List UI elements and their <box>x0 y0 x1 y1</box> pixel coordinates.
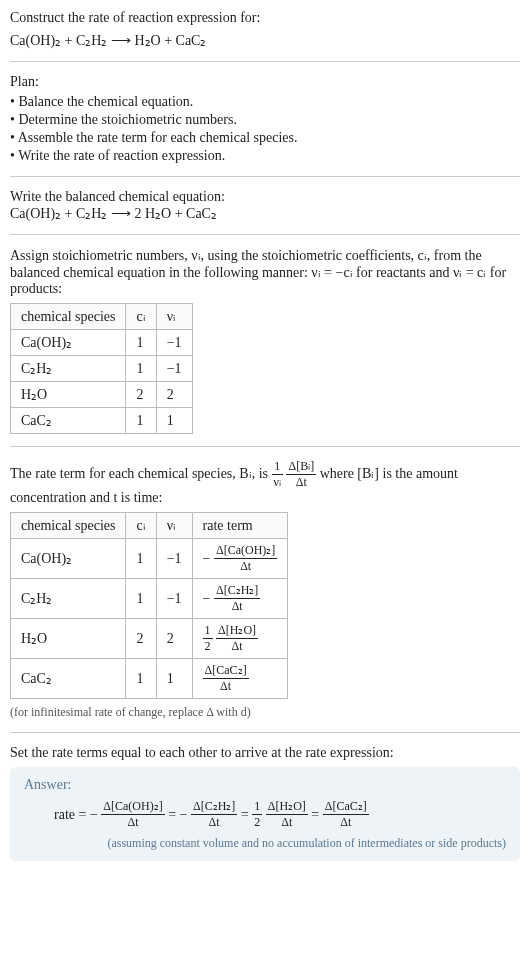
col-v: νᵢ <box>156 304 192 330</box>
cell-v: −1 <box>156 539 192 579</box>
answer-label: Answer: <box>24 777 506 793</box>
rate-prefix: − <box>203 591 211 606</box>
frac-num: Δ[CaC₂] <box>323 799 369 815</box>
frac-den: Δt <box>191 815 237 830</box>
rate-frac: Δ[H₂O] Δt <box>216 623 258 654</box>
plan-items: • Balance the chemical equation. • Deter… <box>10 94 520 164</box>
cell-c: 1 <box>126 330 156 356</box>
cell-c: 1 <box>126 579 156 619</box>
cell-species: H₂O <box>11 619 126 659</box>
rate-expression: rate = − Δ[Ca(OH)₂] Δt = − Δ[C₂H₂] Δt = … <box>24 799 506 830</box>
frac-den: νᵢ <box>272 475 283 490</box>
stoich-intro: Assign stoichiometric numbers, νᵢ, using… <box>10 247 520 297</box>
frac-num: Δ[C₂H₂] <box>191 799 237 815</box>
frac-num: Δ[C₂H₂] <box>214 583 260 599</box>
table-row: Ca(OH)₂ 1 −1 <box>11 330 193 356</box>
table-row: C₂H₂ 1 −1 <box>11 356 193 382</box>
plan-item: • Write the rate of reaction expression. <box>10 148 520 164</box>
plan-title: Plan: <box>10 74 520 90</box>
frac-coef: 1 νᵢ <box>272 459 283 490</box>
cell-c: 1 <box>126 659 156 699</box>
plan-item: • Balance the chemical equation. <box>10 94 520 110</box>
cell-v: 2 <box>156 382 192 408</box>
cell-rate: Δ[CaC₂] Δt <box>192 659 288 699</box>
table-row: CaC₂ 1 1 <box>11 408 193 434</box>
cell-species: Ca(OH)₂ <box>11 539 126 579</box>
col-c: cᵢ <box>126 513 156 539</box>
answer-note: (assuming constant volume and no accumul… <box>24 836 506 851</box>
cell-species: CaC₂ <box>11 408 126 434</box>
intro-pre: The rate term for each chemical species,… <box>10 466 272 481</box>
equals: = − <box>168 807 187 822</box>
table-row: C₂H₂ 1 −1 − Δ[C₂H₂] Δt <box>11 579 288 619</box>
frac-num: 1 <box>272 459 283 475</box>
term4: Δ[CaC₂] Δt <box>323 799 369 830</box>
cell-rate: − Δ[Ca(OH)₂] Δt <box>192 539 288 579</box>
divider <box>10 176 520 177</box>
col-rate: rate term <box>192 513 288 539</box>
plan-item: • Assemble the rate term for each chemic… <box>10 130 520 146</box>
balanced-title: Write the balanced chemical equation: <box>10 189 520 205</box>
frac-den: Δt <box>101 815 164 830</box>
cell-v: −1 <box>156 356 192 382</box>
frac-num: Δ[Ca(OH)₂] <box>214 543 277 559</box>
term3-coef: 1 2 <box>252 799 262 830</box>
cell-v: −1 <box>156 579 192 619</box>
rateterm-note: (for infinitesimal rate of change, repla… <box>10 705 520 720</box>
cell-c: 2 <box>126 619 156 659</box>
frac-den: Δt <box>203 679 249 694</box>
final-section: Set the rate terms equal to each other t… <box>10 745 520 861</box>
rate-frac: Δ[CaC₂] Δt <box>203 663 249 694</box>
cell-rate: 1 2 Δ[H₂O] Δt <box>192 619 288 659</box>
cell-species: C₂H₂ <box>11 356 126 382</box>
cell-v: 2 <box>156 619 192 659</box>
frac-num: Δ[Bᵢ] <box>286 459 316 475</box>
table-row: H₂O 2 2 <box>11 382 193 408</box>
table-row: Ca(OH)₂ 1 −1 − Δ[Ca(OH)₂] Δt <box>11 539 288 579</box>
frac-num: Δ[H₂O] <box>216 623 258 639</box>
frac-num: Δ[H₂O] <box>266 799 308 815</box>
rate-prefix: − <box>203 551 211 566</box>
frac-den: Δt <box>214 559 277 574</box>
frac-den: Δt <box>266 815 308 830</box>
cell-c: 2 <box>126 382 156 408</box>
cell-species: CaC₂ <box>11 659 126 699</box>
cell-c: 1 <box>126 539 156 579</box>
prompt-text: Construct the rate of reaction expressio… <box>10 10 520 26</box>
rate-coef: 1 2 <box>203 623 213 654</box>
answer-box: Answer: rate = − Δ[Ca(OH)₂] Δt = − Δ[C₂H… <box>10 767 520 861</box>
col-v: νᵢ <box>156 513 192 539</box>
cell-v: −1 <box>156 330 192 356</box>
rate-frac: Δ[Ca(OH)₂] Δt <box>214 543 277 574</box>
table-row: CaC₂ 1 1 Δ[CaC₂] Δt <box>11 659 288 699</box>
cell-c: 1 <box>126 408 156 434</box>
equals: = <box>311 807 322 822</box>
col-c: cᵢ <box>126 304 156 330</box>
table-row: H₂O 2 2 1 2 Δ[H₂O] Δt <box>11 619 288 659</box>
rateterm-section: The rate term for each chemical species,… <box>10 459 520 720</box>
rate-frac: Δ[C₂H₂] Δt <box>214 583 260 614</box>
term3: Δ[H₂O] Δt <box>266 799 308 830</box>
header-section: Construct the rate of reaction expressio… <box>10 10 520 49</box>
frac-den: Δt <box>286 475 316 490</box>
cell-species: Ca(OH)₂ <box>11 330 126 356</box>
final-title: Set the rate terms equal to each other t… <box>10 745 520 761</box>
rate-prefix: rate = − <box>54 807 98 822</box>
divider <box>10 234 520 235</box>
table-header-row: chemical species cᵢ νᵢ <box>11 304 193 330</box>
cell-v: 1 <box>156 408 192 434</box>
cell-rate: − Δ[C₂H₂] Δt <box>192 579 288 619</box>
table-header-row: chemical species cᵢ νᵢ rate term <box>11 513 288 539</box>
cell-c: 1 <box>126 356 156 382</box>
cell-v: 1 <box>156 659 192 699</box>
frac-num: 1 <box>203 623 213 639</box>
term1: Δ[Ca(OH)₂] Δt <box>101 799 164 830</box>
frac-den: 2 <box>203 639 213 654</box>
cell-species: C₂H₂ <box>11 579 126 619</box>
balanced-equation: Ca(OH)₂ + C₂H₂ ⟶ 2 H₂O + CaC₂ <box>10 205 520 222</box>
stoich-table: chemical species cᵢ νᵢ Ca(OH)₂ 1 −1 C₂H₂… <box>10 303 193 434</box>
frac-num: Δ[Ca(OH)₂] <box>101 799 164 815</box>
plan-item: • Determine the stoichiometric numbers. <box>10 112 520 128</box>
equals: = <box>241 807 252 822</box>
frac-delta: Δ[Bᵢ] Δt <box>286 459 316 490</box>
